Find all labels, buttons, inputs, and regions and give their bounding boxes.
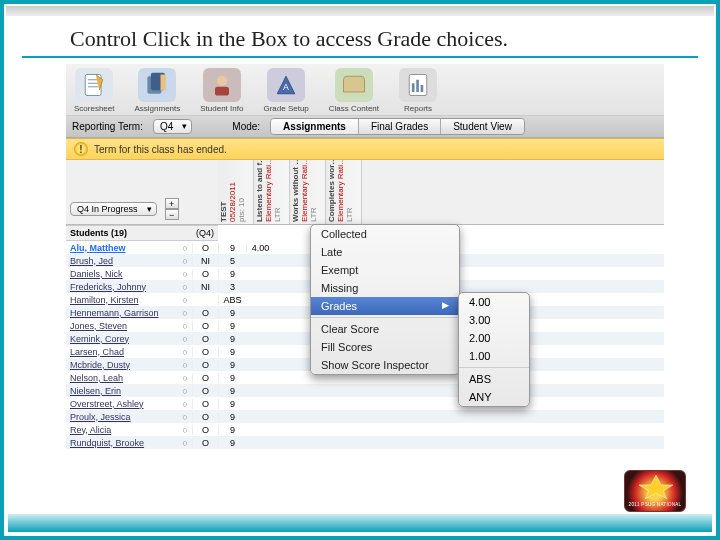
grade-option[interactable]: 1.00 <box>459 347 529 365</box>
remove-assignment-button[interactable]: − <box>165 209 179 220</box>
score-cell[interactable]: 9 <box>218 347 246 357</box>
student-name[interactable]: Overstreet, Ashley <box>66 399 178 409</box>
score-cell[interactable]: 9 <box>218 269 246 279</box>
student-name[interactable]: Nelson, Leah <box>66 373 178 383</box>
comment-icon[interactable]: ○ <box>178 321 192 331</box>
student-name[interactable]: Jones, Steven <box>66 321 178 331</box>
score-cell[interactable]: 9 <box>218 399 246 409</box>
toolbar-classcontent[interactable]: Class Content <box>329 68 379 113</box>
toolbar-scoresheet[interactable]: Scoresheet <box>74 68 114 113</box>
add-assignment-button[interactable]: + <box>165 198 179 209</box>
final-grade-cell[interactable]: O <box>192 399 218 409</box>
score-cell[interactable]: 9 <box>218 308 246 318</box>
comment-icon[interactable]: ○ <box>178 399 192 409</box>
score-cell[interactable]: 5 <box>218 256 246 266</box>
menu-score-inspector[interactable]: Show Score Inspector <box>311 356 459 374</box>
score-cell[interactable]: 9 <box>218 412 246 422</box>
student-name[interactable]: Larsen, Chad <box>66 347 178 357</box>
grade-option[interactable]: 4.00 <box>459 293 529 311</box>
comment-icon[interactable]: ○ <box>178 334 192 344</box>
toolbar-studentinfo[interactable]: Student Info <box>200 68 243 113</box>
final-grade-cell[interactable]: O <box>192 373 218 383</box>
score-cell[interactable]: ABS <box>218 295 246 305</box>
student-name[interactable]: Hamilton, Kirsten <box>66 295 178 305</box>
toolbar-reports[interactable]: Reports <box>399 68 437 113</box>
final-grade-cell[interactable]: O <box>192 243 218 253</box>
comment-icon[interactable]: ○ <box>178 425 192 435</box>
comment-icon[interactable]: ○ <box>178 412 192 422</box>
final-grade-cell[interactable]: O <box>192 360 218 370</box>
comment-icon[interactable]: ○ <box>178 282 192 292</box>
toolbar-gradesetup[interactable]: A Grade Setup <box>263 68 308 113</box>
student-name[interactable]: Rey, Alicia <box>66 425 178 435</box>
menu-fill-scores[interactable]: Fill Scores <box>311 338 459 356</box>
final-grade-cell[interactable]: NI <box>192 282 218 292</box>
menu-missing[interactable]: Missing <box>311 279 459 297</box>
final-grade-cell[interactable]: NI <box>192 256 218 266</box>
comment-icon[interactable]: ○ <box>178 347 192 357</box>
grade-option[interactable]: ANY <box>459 388 529 406</box>
final-grade-cell[interactable]: O <box>192 308 218 318</box>
menu-exempt[interactable]: Exempt <box>311 261 459 279</box>
score-cell[interactable]: 3 <box>218 282 246 292</box>
menu-collected[interactable]: Collected <box>311 225 459 243</box>
final-grade-cell[interactable]: O <box>192 321 218 331</box>
score-cell[interactable]: 9 <box>218 321 246 331</box>
student-name[interactable]: Proulx, Jessica <box>66 412 178 422</box>
comment-icon[interactable]: ○ <box>178 256 192 266</box>
score-context-menu: Collected Late Exempt Missing Grades Cle… <box>310 224 460 375</box>
reporting-term-label: Reporting Term: <box>72 121 143 132</box>
score-cell[interactable]: 9 <box>218 438 246 448</box>
score-cell[interactable]: 9 <box>218 243 246 253</box>
comment-icon[interactable]: ○ <box>178 438 192 448</box>
student-name[interactable]: Nielsen, Erin <box>66 386 178 396</box>
menu-clear-score[interactable]: Clear Score <box>311 320 459 338</box>
psug-badge: 2011 PSUG NATIONAL <box>624 470 686 512</box>
score-cell[interactable]: 9 <box>218 373 246 383</box>
column-header[interactable]: Works without … Elementary Rati… LTR <box>290 160 326 224</box>
menu-grades[interactable]: Grades <box>311 297 459 315</box>
student-name[interactable]: Mcbride, Dusty <box>66 360 178 370</box>
score-cell[interactable]: 9 <box>218 425 246 435</box>
comment-icon[interactable]: ○ <box>178 360 192 370</box>
student-name[interactable]: Daniels, Nick <box>66 269 178 279</box>
mode-studentview[interactable]: Student View <box>441 119 524 134</box>
comment-icon[interactable]: ○ <box>178 269 192 279</box>
column-header[interactable]: TEST 05/28/2011 pts: 10 <box>218 160 254 224</box>
column-header[interactable]: Completes wor… Elementary Rati… LTR <box>326 160 362 224</box>
comment-icon[interactable]: ○ <box>178 295 192 305</box>
final-grade-cell[interactable]: O <box>192 425 218 435</box>
comment-icon[interactable]: ○ <box>178 386 192 396</box>
final-grade-cell[interactable]: O <box>192 386 218 396</box>
student-name[interactable]: Alu, Matthew <box>66 243 178 253</box>
comment-icon[interactable]: ○ <box>178 373 192 383</box>
student-name[interactable]: Hennemann, Garrison <box>66 308 178 318</box>
score-cell[interactable]: 9 <box>218 334 246 344</box>
assignments-icon <box>138 68 176 102</box>
mode-assignments[interactable]: Assignments <box>271 119 359 134</box>
grade-option[interactable]: 3.00 <box>459 311 529 329</box>
student-name[interactable]: Fredericks, Johnny <box>66 282 178 292</box>
final-grade-cell[interactable]: O <box>192 438 218 448</box>
score-cell[interactable]: 4.00 <box>246 243 274 253</box>
mode-finalgrades[interactable]: Final Grades <box>359 119 441 134</box>
toolbar-assignments[interactable]: Assignments <box>134 68 180 113</box>
final-grade-cell[interactable]: O <box>192 412 218 422</box>
grade-option[interactable]: 2.00 <box>459 329 529 347</box>
grade-option[interactable]: ABS <box>459 370 529 388</box>
reporting-term-select[interactable]: Q4 <box>153 119 192 134</box>
score-cell[interactable]: 9 <box>218 386 246 396</box>
score-cell[interactable]: 9 <box>218 360 246 370</box>
filter-select[interactable]: Q4 In Progress <box>70 202 157 216</box>
comment-icon[interactable]: ○ <box>178 243 192 253</box>
student-name[interactable]: Brush, Jed <box>66 256 178 266</box>
comment-icon[interactable]: ○ <box>178 308 192 318</box>
column-header[interactable]: Listens to and f… Elementary Rati… LTR <box>254 160 290 224</box>
final-grade-cell[interactable]: O <box>192 347 218 357</box>
student-name[interactable]: Rundquist, Brooke <box>66 438 178 448</box>
student-name[interactable]: Kemink, Corey <box>66 334 178 344</box>
final-grade-cell[interactable]: O <box>192 269 218 279</box>
final-grade-cell[interactable]: O <box>192 334 218 344</box>
menu-late[interactable]: Late <box>311 243 459 261</box>
grades-submenu: 4.00 3.00 2.00 1.00 ABS ANY <box>458 292 530 407</box>
